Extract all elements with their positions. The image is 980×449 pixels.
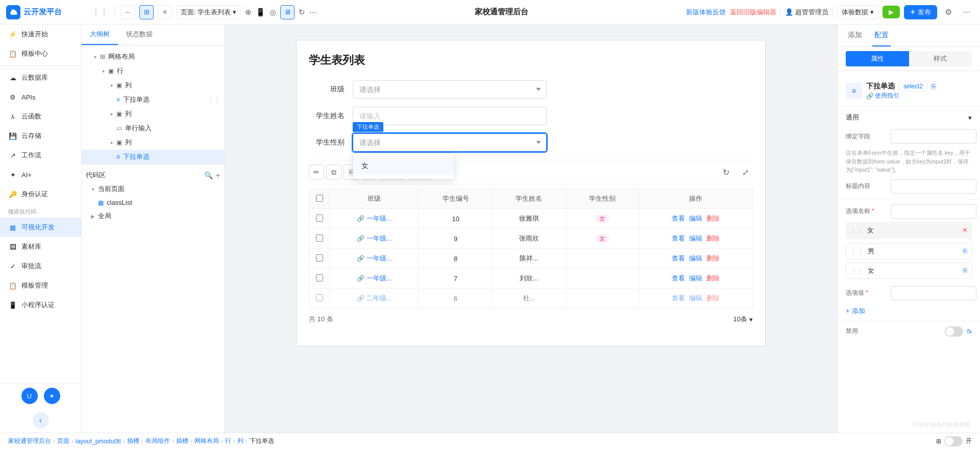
gender-select[interactable]: 请选择	[353, 133, 547, 152]
code-section-header[interactable]: 代码区 🔍 +	[82, 169, 224, 182]
expand-table-icon[interactable]: ⤢	[738, 164, 753, 180]
copy-button[interactable]: ⧉	[326, 164, 341, 180]
tree-node-col-3[interactable]: ▾ ▣ 列	[82, 135, 224, 150]
nav-item-quick-start[interactable]: ⚡ 快速开始	[0, 25, 81, 44]
grid-view-button[interactable]: ⊞	[139, 5, 154, 19]
option-value-input[interactable]: 2	[891, 286, 976, 300]
view-link-2[interactable]: 查看	[672, 234, 685, 243]
collapse-sidebar-button[interactable]: ‹	[33, 412, 49, 429]
disabled-fx[interactable]: fx	[967, 328, 972, 335]
tree-node-row-1[interactable]: ▾ ▣ 行	[82, 64, 224, 78]
right-tab-add[interactable]: 添加	[846, 25, 864, 46]
nav-item-visual-dev[interactable]: ▦ 可视化开发	[0, 218, 81, 237]
mobile-icon[interactable]: 📱	[256, 8, 265, 17]
breadcrumb-layout[interactable]: layout_pmodu0tt	[76, 438, 121, 445]
back-button[interactable]: ←	[121, 5, 135, 19]
nav-item-cloud-func[interactable]: λ 云函数	[0, 107, 81, 126]
page-size-selector[interactable]: 10条 ▾	[733, 315, 753, 324]
ai-assistant-icon[interactable]: ✦	[44, 388, 60, 404]
canvas-toggle[interactable]	[944, 436, 963, 446]
bind-field-input[interactable]: select2	[891, 129, 976, 144]
tab-state-data[interactable]: 状态数据	[118, 25, 161, 45]
right-option-male-copy[interactable]: ⎘	[963, 247, 967, 255]
nav-item-approval[interactable]: ✓ 审批流	[0, 256, 81, 276]
drag-handle-1[interactable]: ⋮⋮	[208, 96, 220, 103]
refresh-table-icon[interactable]: ↻	[718, 164, 733, 180]
nav-item-mini-auth[interactable]: 📱 小程序认证	[0, 295, 81, 315]
edit-button[interactable]: ✏	[309, 164, 324, 180]
class-link-4[interactable]: 🔗 一年级...	[336, 274, 412, 283]
tree-node-select-2[interactable]: ≡ 下拉单选	[82, 150, 224, 164]
right-option-female-copy[interactable]: ⎘	[963, 267, 967, 274]
checkbox-1[interactable]	[316, 215, 323, 222]
delete-link-2[interactable]: 删除	[706, 234, 720, 243]
tab-outline-tree[interactable]: 大纲树	[82, 25, 118, 45]
publish-button[interactable]: ✈ 发布	[904, 5, 937, 19]
delete-link-1[interactable]: 删除	[706, 214, 720, 223]
delete-link-3[interactable]: 删除	[706, 254, 720, 263]
return-editor-link[interactable]: 返回旧版编辑器	[730, 8, 776, 17]
class-link-2[interactable]: 🔗 一年级...	[336, 234, 412, 243]
eye-icon[interactable]: ◎	[270, 8, 276, 17]
user-menu[interactable]: 👤 超管管理员	[785, 8, 828, 17]
edit-link-4[interactable]: 编辑	[689, 274, 702, 283]
data-env-selector[interactable]: 体验数据 ▾	[837, 5, 878, 19]
search-code-icon[interactable]: 🔍	[204, 171, 213, 179]
class-select[interactable]: 请选择	[353, 80, 547, 99]
title-content-input[interactable]: 学生性别	[891, 179, 976, 194]
delete-link-4[interactable]: 删除	[706, 274, 720, 283]
view-link-3[interactable]: 查看	[672, 254, 685, 263]
add-option-button[interactable]: + 添加	[838, 303, 980, 319]
disabled-toggle[interactable]	[945, 326, 963, 337]
new-version-link[interactable]: 新版体验反馈	[686, 8, 726, 17]
nav-item-template-mgr[interactable]: 📋 模板管理	[0, 276, 81, 295]
checkbox-5[interactable]	[316, 294, 323, 301]
user-avatar[interactable]: U	[21, 388, 38, 404]
add-page-icon[interactable]: ⊕	[245, 8, 252, 17]
nav-item-apis[interactable]: ⚙ APIs	[0, 87, 81, 107]
checkbox-2[interactable]	[316, 234, 323, 242]
breadcrumb-layout-component[interactable]: 布局组件	[145, 437, 170, 445]
add-code-icon[interactable]: +	[216, 171, 220, 179]
preview-button[interactable]: ▶	[883, 6, 900, 18]
breadcrumb-slot1[interactable]: 插槽	[127, 437, 139, 445]
nav-item-workflow[interactable]: ↗ 工作流	[0, 146, 81, 165]
nav-item-cloud-db[interactable]: ☁ 云数据库	[0, 68, 81, 87]
topbar-more-button[interactable]: ⋯	[960, 5, 974, 19]
tree-node-grid-layout[interactable]: ▾ ⊞ 网格布局	[82, 50, 224, 64]
refresh-icon[interactable]: ↻	[299, 8, 305, 17]
option-item-female[interactable]: ⋮⋮ 女 ✕	[846, 222, 972, 239]
option-name-input[interactable]	[891, 204, 976, 219]
nav-item-cloud-storage[interactable]: 💾 云存储	[0, 126, 81, 146]
list-view-button[interactable]: ≡	[158, 5, 172, 19]
tree-node-col-2[interactable]: ▾ ▣ 列	[82, 107, 224, 121]
edit-link-2[interactable]: 编辑	[689, 234, 702, 243]
edit-link-1[interactable]: 编辑	[689, 214, 702, 223]
prop-tab-style[interactable]: 样式	[909, 51, 972, 66]
class-link-5[interactable]: 🔗 二年级...	[336, 294, 412, 303]
breadcrumb-app[interactable]: 家校通管理后台	[8, 437, 51, 445]
tree-node-global[interactable]: ▶ 全局	[82, 209, 224, 223]
page-selector[interactable]: 页面: 学生表列表 ▾	[176, 5, 241, 19]
delete-link-5[interactable]: 删除	[706, 294, 720, 303]
checkbox-3[interactable]	[316, 254, 323, 262]
tree-node-single-input[interactable]: ▭ 单行输入	[82, 121, 224, 135]
tree-node-col-1[interactable]: ▾ ▣ 列	[82, 78, 224, 92]
hamburger-icon[interactable]: ⋮⋮	[92, 7, 108, 17]
view-link-1[interactable]: 查看	[672, 214, 685, 223]
class-link-3[interactable]: 🔗 一年级...	[336, 254, 412, 263]
breadcrumb-col[interactable]: 列	[237, 437, 243, 445]
checkbox-4[interactable]	[316, 274, 323, 281]
right-option-female[interactable]: ⋮⋮ 女 ⎘	[846, 263, 972, 279]
class-link-1[interactable]: 🔗 一年级...	[336, 214, 412, 223]
copy-tag-icon[interactable]: ⎘	[932, 82, 936, 90]
more-icon[interactable]: ⋯	[309, 8, 317, 17]
tree-node-classlist[interactable]: ▦ classList	[82, 196, 224, 209]
settings-button[interactable]: ⚙	[941, 5, 955, 19]
breadcrumb-row[interactable]: 行	[225, 437, 231, 445]
option-female-delete[interactable]: ✕	[962, 226, 968, 234]
breadcrumb-slot2[interactable]: 插槽	[176, 437, 188, 445]
tree-node-select-1[interactable]: ≡ 下拉单选 ⋮⋮	[82, 92, 224, 107]
breadcrumb-page[interactable]: 页面	[57, 437, 69, 445]
right-option-male[interactable]: ⋮⋮ 男 ⎘	[846, 243, 972, 259]
